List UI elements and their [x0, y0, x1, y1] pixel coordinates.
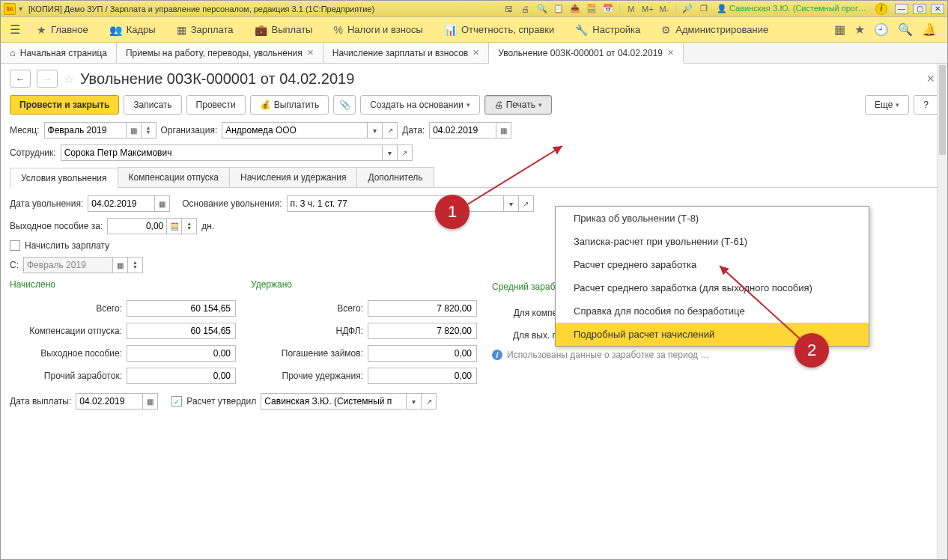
accrue-salary-checkbox[interactable]: [10, 240, 20, 251]
tab-home[interactable]: ⌂Начальная страница: [1, 43, 117, 63]
spinner-icon[interactable]: ▲▼: [142, 122, 157, 139]
create-from-button[interactable]: Создать на основании▾: [360, 95, 480, 115]
print-menu-t61[interactable]: Записка-расчет при увольнении (Т-61): [556, 230, 869, 253]
windows-icon[interactable]: ❐: [697, 2, 711, 16]
approver-field[interactable]: Савинская З.Ю. (Системный п: [261, 393, 407, 410]
help-button[interactable]: ?: [914, 95, 938, 115]
history-icon[interactable]: 🕘: [874, 22, 889, 37]
pay-button[interactable]: 💰Выплатить: [250, 95, 329, 115]
tab-payroll[interactable]: Начисление зарплаты и взносов✕: [323, 43, 490, 63]
withheld-other-value[interactable]: 0,00: [368, 368, 477, 384]
calculator-icon[interactable]: 🧮: [585, 2, 598, 16]
dropdown-icon[interactable]: ▾: [368, 122, 383, 139]
open-icon[interactable]: ↗: [383, 122, 398, 139]
open-icon[interactable]: ↗: [519, 195, 534, 212]
print-button[interactable]: 🖨Печать▾: [484, 95, 552, 115]
withheld-loan-value[interactable]: 0,00: [368, 345, 477, 362]
withheld-total-value[interactable]: 7 820,00: [368, 300, 477, 317]
vertical-scrollbar[interactable]: [937, 64, 947, 559]
tab-dismissal[interactable]: Увольнение 00ЗК-000001 от 04.02.2019✕: [489, 43, 684, 64]
printer-icon: 🖨: [494, 100, 503, 110]
current-user[interactable]: Савинская З.Ю. (Системный прог…: [717, 4, 866, 13]
print-menu-unemployment[interactable]: Справка для пособия по безработице: [556, 299, 869, 323]
calendar-icon[interactable]: 📅: [601, 2, 615, 16]
inner-tab-compensation[interactable]: Компенсации отпуска: [118, 167, 230, 187]
print-menu-t8[interactable]: Приказ об увольнении (Т-8): [556, 207, 869, 230]
nav-hr[interactable]: 👥Кадры: [100, 17, 165, 42]
caret-down-icon[interactable]: ▾: [19, 4, 22, 13]
m-icon[interactable]: M: [625, 2, 638, 16]
tab-transfers[interactable]: Приемы на работу, переводы, увольнения✕: [117, 43, 323, 63]
export-icon[interactable]: 📤: [568, 2, 582, 16]
close-icon[interactable]: ✕: [667, 48, 674, 58]
save-db-icon[interactable]: 🖫: [502, 2, 516, 16]
search-icon[interactable]: 🔍: [898, 22, 913, 37]
m-minus-icon[interactable]: M-: [657, 2, 671, 16]
close-document-icon[interactable]: ✕: [923, 70, 938, 88]
print-icon[interactable]: 🖨: [519, 2, 532, 16]
more-button[interactable]: Еще▾: [865, 95, 909, 115]
compare-icon[interactable]: 📋: [552, 2, 565, 16]
accrued-sev-value[interactable]: 0,00: [127, 345, 236, 362]
bell-icon[interactable]: 🔔: [922, 22, 937, 37]
inner-tab-conditions[interactable]: Условия увольнения: [10, 168, 118, 188]
spinner-icon[interactable]: ▲▼: [128, 257, 143, 273]
m-plus-icon[interactable]: M+: [641, 2, 654, 16]
calendar-icon[interactable]: ▦: [155, 195, 170, 212]
employee-field[interactable]: Сорока Петр Максимович: [61, 144, 383, 161]
info-icon[interactable]: i: [875, 3, 887, 15]
close-icon[interactable]: ✕: [307, 48, 314, 58]
back-button[interactable]: ←: [10, 70, 31, 88]
attach-button[interactable]: 📎: [333, 95, 356, 115]
menu-icon[interactable]: ☰: [5, 22, 25, 37]
favorite-icon[interactable]: ★: [854, 22, 865, 37]
print-menu-avg[interactable]: Расчет среднего заработка: [556, 253, 869, 276]
calendar-icon[interactable]: ▦: [496, 122, 511, 139]
apps-icon[interactable]: ▦: [834, 22, 845, 37]
dismissal-date-field[interactable]: 04.02.2019: [88, 195, 155, 212]
dropdown-icon[interactable]: ▾: [504, 195, 519, 212]
nav-settings[interactable]: 🔧Настройка: [566, 17, 649, 42]
date-field[interactable]: 04.02.2019: [429, 122, 496, 139]
calendar-icon[interactable]: ▦: [113, 257, 128, 273]
post-button[interactable]: Провести: [186, 95, 246, 115]
post-and-close-button[interactable]: Провести и закрыть: [10, 95, 119, 115]
withheld-ndfl-value[interactable]: 7 820,00: [368, 323, 477, 339]
open-icon[interactable]: ↗: [422, 393, 437, 410]
nav-main[interactable]: ★Главное: [28, 17, 97, 42]
org-field[interactable]: Андромеда ООО: [222, 122, 368, 139]
zoom-icon[interactable]: 🔎: [681, 2, 694, 16]
nav-payments[interactable]: 💼Выплаты: [246, 17, 322, 42]
minimize-button[interactable]: —: [895, 4, 908, 14]
accrued-other-value[interactable]: 0,00: [127, 368, 236, 384]
maximize-button[interactable]: ▢: [913, 4, 926, 14]
nav-admin[interactable]: ⚙Администрирование: [652, 17, 777, 42]
accrued-comp-value[interactable]: 60 154,65: [127, 323, 236, 339]
nav-taxes[interactable]: %Налоги и взносы: [324, 17, 432, 42]
pay-date-field[interactable]: 04.02.2019: [76, 393, 143, 410]
month-field[interactable]: Февраль 2019: [44, 122, 127, 139]
preview-icon[interactable]: 🔍: [535, 2, 549, 16]
close-window-button[interactable]: ✕: [931, 4, 944, 14]
basis-field[interactable]: п. 3 ч. 1 ст. 77: [287, 195, 504, 212]
open-icon[interactable]: ↗: [398, 144, 413, 161]
approved-label: Расчет утвердил: [186, 396, 256, 407]
inner-tab-accruals[interactable]: Начисления и удержания: [229, 167, 357, 187]
calendar-icon[interactable]: ▦: [143, 393, 158, 410]
inner-tab-additional[interactable]: Дополнитель: [356, 167, 434, 187]
forward-button[interactable]: →: [37, 70, 58, 88]
approved-checkbox[interactable]: ✓: [171, 396, 182, 407]
favorite-toggle-icon[interactable]: ☆: [64, 72, 74, 86]
calculator-icon[interactable]: 🧮: [167, 218, 182, 234]
dropdown-icon[interactable]: ▾: [383, 144, 398, 161]
calendar-icon[interactable]: ▦: [127, 122, 142, 139]
print-menu-avg-sev[interactable]: Расчет среднего заработка (для выходного…: [556, 276, 869, 299]
dropdown-icon[interactable]: ▾: [407, 393, 422, 410]
nav-reports[interactable]: 📊Отчетность, справки: [435, 17, 563, 42]
severance-days-field[interactable]: 0,00: [107, 218, 167, 234]
write-button[interactable]: Записать: [124, 95, 181, 115]
nav-salary[interactable]: ▦Зарплата: [168, 17, 243, 42]
close-icon[interactable]: ✕: [473, 48, 479, 58]
accrued-total-value[interactable]: 60 154,65: [127, 300, 236, 317]
spinner-icon[interactable]: ▲▼: [182, 218, 197, 234]
